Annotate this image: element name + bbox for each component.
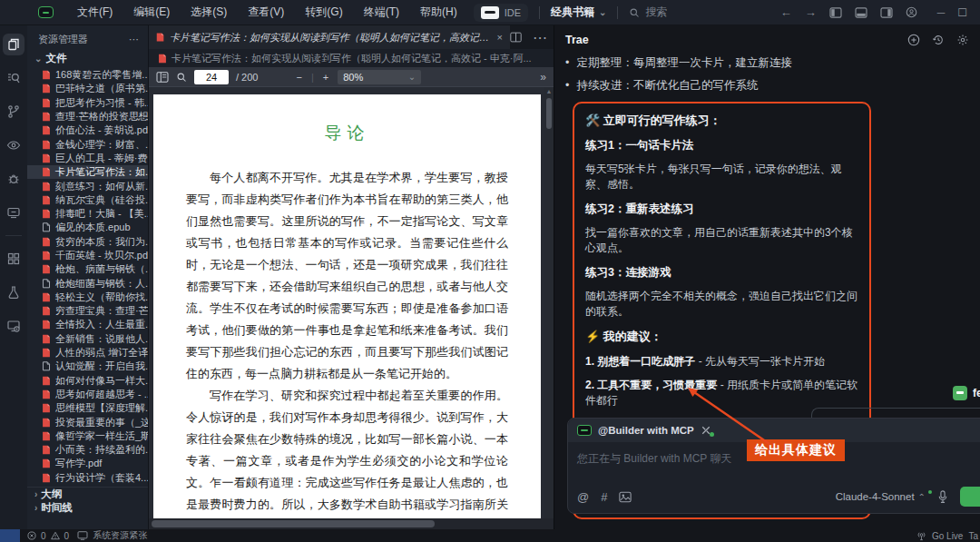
pdf-file-icon: [42, 320, 51, 330]
file-item[interactable]: 把思考作为习惯 - 韩...: [27, 96, 148, 110]
file-item[interactable]: 全新销售：说服他人...: [27, 332, 148, 346]
errors-count[interactable]: 0: [41, 531, 46, 541]
mention-icon[interactable]: @: [577, 490, 589, 504]
split-editor-icon[interactable]: [510, 32, 522, 43]
file-name: 巴菲特之道（原书第...: [55, 82, 148, 95]
menu-item[interactable]: 终端(T): [364, 5, 399, 20]
file-item[interactable]: 168黄碧云的零售增...: [27, 68, 148, 82]
zoom-in-button[interactable]: +: [323, 72, 328, 83]
debug-icon[interactable]: [3, 168, 24, 190]
file-item[interactable]: 枪炮、病菌与钢铁（...: [27, 262, 148, 276]
file-item[interactable]: 偏见的本质.epub: [27, 221, 148, 234]
chat-card-icon[interactable]: [3, 202, 24, 223]
toggle-left-panel-button[interactable]: [829, 7, 842, 18]
more-actions-icon[interactable]: ⋯: [129, 34, 139, 45]
pdf-search-icon[interactable]: [176, 72, 187, 83]
file-item[interactable]: 巴菲特之道（原书第...: [27, 82, 148, 95]
file-item[interactable]: 刻意练习：如何从新...: [27, 179, 148, 192]
file-item[interactable]: 轻松主义（帮助你找...: [27, 291, 148, 304]
zoom-level-select[interactable]: 80% ⌄: [338, 70, 421, 84]
nav-back-button[interactable]: ←: [780, 5, 792, 19]
warnings-count[interactable]: 0: [64, 531, 70, 541]
scroll-up-icon[interactable]: ▲: [544, 87, 554, 96]
page-number-input[interactable]: [194, 70, 229, 84]
file-item[interactable]: 巨人的工具 - 蒂姆·费...: [27, 152, 148, 165]
search-icon[interactable]: [3, 67, 24, 89]
zoom-out-button[interactable]: −: [296, 72, 301, 83]
minimize-button[interactable]: ─: [937, 6, 946, 19]
menu-item[interactable]: 帮助(H): [420, 5, 457, 20]
remote-icon[interactable]: [3, 315, 24, 337]
file-item[interactable]: 贫穷的本质：我们为...: [27, 235, 148, 249]
timeline-section-header[interactable]: › 时间线: [27, 501, 148, 516]
file-item[interactable]: 人性的弱点 增订全译...: [27, 346, 148, 360]
file-item[interactable]: 写作学.pdf: [27, 457, 148, 470]
file-item[interactable]: 行为设计学（套装4...: [27, 471, 148, 485]
maximize-button[interactable]: ☐: [957, 6, 967, 19]
context-icon[interactable]: #: [601, 490, 607, 504]
file-item[interactable]: 排毒吧！大脑 - 【美...: [27, 207, 148, 221]
toggle-bottom-panel-button[interactable]: [855, 7, 867, 18]
close-icon[interactable]: ×: [497, 32, 503, 43]
file-item[interactable]: 枪炮细菌与钢铁：人...: [27, 276, 148, 290]
menu-item[interactable]: 转到(G): [305, 5, 342, 20]
file-item-selected[interactable]: 卡片笔记写作法：如...: [27, 165, 148, 179]
model-selector[interactable]: Claude-4-Sonnet ⌃: [836, 491, 926, 502]
tab-pdf-file[interactable]: 卡片笔记写作法：如何实现从阅读到写作（聪明人如何记笔记，高效记 - 申克·阿伦斯…: [149, 25, 510, 49]
global-search[interactable]: 搜索: [629, 5, 667, 20]
statusbar-partial-item[interactable]: Ta: [968, 531, 978, 541]
test-flask-icon[interactable]: [3, 281, 24, 303]
files-section-header[interactable]: ⌄ 文件: [27, 50, 148, 68]
menu-item[interactable]: 选择(S): [191, 5, 227, 20]
scrollbar-thumb[interactable]: [546, 98, 552, 129]
eye-icon[interactable]: [3, 134, 24, 156]
menu-item[interactable]: 查看(V): [248, 5, 284, 20]
scrollbar-thumb[interactable]: [152, 520, 435, 527]
file-item[interactable]: 思考如何超越思考 - ...: [27, 388, 148, 401]
assistant-bullet: •持续改进：不断优化自己的写作系统: [565, 78, 969, 93]
file-item[interactable]: 思维模型【深度理解...: [27, 401, 148, 415]
file-item[interactable]: 认知觉醒：开启自我...: [27, 360, 148, 373]
file-name: 枪炮细菌与钢铁：人...: [55, 277, 148, 291]
source-control-icon[interactable]: [3, 101, 24, 123]
remote-indicator[interactable]: [0, 529, 20, 542]
new-chat-icon[interactable]: [907, 34, 920, 46]
history-icon[interactable]: [932, 34, 945, 46]
file-item[interactable]: 全情投入：人生最重...: [27, 318, 148, 331]
file-item[interactable]: 小而美：持续盈利的...: [27, 443, 148, 457]
image-attach-icon[interactable]: [619, 491, 632, 503]
outline-section-header[interactable]: › 大纲: [27, 487, 148, 501]
extensions-icon[interactable]: [3, 248, 24, 270]
resource-status[interactable]: 系统资源紧张: [93, 529, 147, 542]
menu-item[interactable]: 编辑(E): [133, 5, 170, 20]
file-item[interactable]: 金钱心理学：财富、...: [27, 137, 148, 151]
more-actions-icon[interactable]: ⋯: [533, 29, 547, 46]
file-item[interactable]: 价值心法 - 姜胡说.pdf: [27, 123, 148, 137]
pdf-vertical-scrollbar[interactable]: ▲: [544, 87, 554, 518]
gear-icon[interactable]: [956, 34, 969, 46]
file-item[interactable]: 像哲学家一样生活_斯...: [27, 429, 148, 443]
explorer-icon[interactable]: [3, 34, 24, 55]
account-icon[interactable]: [906, 6, 917, 18]
menu-item[interactable]: 文件(F): [77, 5, 113, 20]
user-badge: fen: [953, 386, 980, 400]
toolbar-more-icon[interactable]: »: [540, 71, 546, 84]
go-live-button[interactable]: Go Live: [932, 531, 963, 541]
file-item[interactable]: 千面英雄 - 坎贝尔.pdf: [27, 249, 148, 262]
microphone-icon[interactable]: [937, 490, 948, 504]
file-item[interactable]: 如何对付像马一样大...: [27, 374, 148, 388]
file-item[interactable]: 查理·芒格的投资思想...: [27, 110, 148, 123]
pdf-horizontal-scrollbar[interactable]: [149, 518, 554, 529]
project-switcher[interactable]: 经典书籍 ⌄: [551, 5, 606, 20]
file-item[interactable]: 投资最重要的事（_这...: [27, 415, 148, 429]
file-item[interactable]: 穷查理宝典：查理·芒...: [27, 304, 148, 318]
nav-forward-button[interactable]: →: [805, 5, 817, 19]
send-button[interactable]: [960, 487, 980, 507]
pdf-file-icon: [158, 54, 167, 64]
file-item[interactable]: 纳瓦尔宝典（硅谷投...: [27, 193, 148, 207]
toggle-right-panel-button[interactable]: [880, 7, 893, 18]
ide-badge[interactable]: IDE: [474, 4, 528, 22]
file-name: 思考如何超越思考 - ...: [55, 388, 148, 401]
breadcrumb[interactable]: 卡片笔记写作法：如何实现从阅读到写作（聪明人如何记笔记，高效记 - 申克·阿..…: [149, 49, 554, 67]
sidebar-toggle-icon[interactable]: [156, 72, 169, 83]
